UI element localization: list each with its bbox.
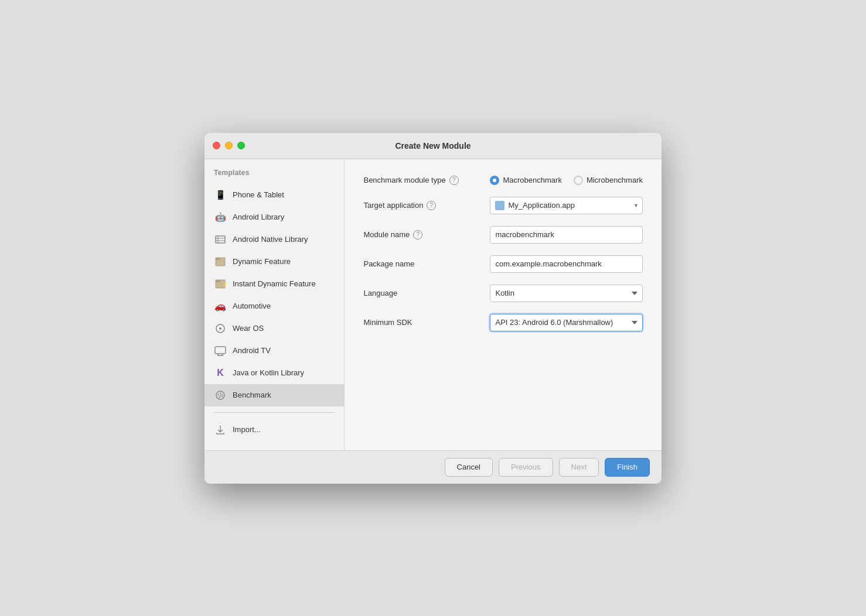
main-content: Benchmark module type ? Macrobenchmark M… [345, 159, 662, 450]
dialog-body: Templates 📱 Phone & Tablet 🤖 Android Lib… [204, 159, 662, 450]
window-controls [213, 142, 245, 149]
dynamic-feature-icon [214, 255, 227, 268]
minimum-sdk-label: Minimum SDK [363, 318, 480, 327]
target-application-help-icon[interactable]: ? [427, 201, 436, 210]
module-name-row: Module name ? [363, 226, 643, 244]
benchmark-module-type-help-icon[interactable]: ? [449, 176, 459, 185]
benchmark-module-type-row: Benchmark module type ? Macrobenchmark M… [363, 176, 643, 185]
create-new-module-dialog: Create New Module Templates 📱 Phone & Ta… [204, 133, 662, 484]
svg-text:⚡: ⚡ [221, 282, 226, 288]
module-name-input[interactable] [490, 226, 643, 244]
sidebar-item-import[interactable]: Import... [204, 419, 344, 441]
package-name-row: Package name [363, 255, 643, 273]
module-name-label: Module name ? [363, 230, 480, 239]
package-name-label: Package name [363, 259, 480, 268]
target-app-text: My_Application.app [508, 201, 631, 210]
wear-os-icon [214, 322, 227, 335]
benchmark-module-type-label: Benchmark module type ? [363, 176, 480, 185]
svg-point-10 [219, 327, 221, 330]
maximize-button[interactable] [237, 142, 245, 149]
sidebar-bottom: Import... [204, 419, 344, 441]
minimum-sdk-select[interactable]: API 23: Android 6.0 (Marshmallow) API 24… [490, 314, 643, 331]
sidebar-item-android-tv[interactable]: Android TV [204, 340, 344, 362]
sidebar-item-wear-os[interactable]: Wear OS [204, 317, 344, 340]
language-row: Language Kotlin Java [363, 285, 643, 302]
sidebar-item-label: Android Library [233, 213, 284, 221]
sidebar-item-label: Automotive [233, 302, 271, 310]
cancel-button[interactable]: Cancel [445, 458, 493, 477]
kotlin-library-icon: K [214, 367, 227, 379]
sidebar-item-kotlin-library[interactable]: K Java or Kotlin Library [204, 362, 344, 384]
sidebar-item-label: Android Native Library [233, 235, 308, 244]
sidebar-item-label: Import... [233, 425, 261, 434]
sidebar-item-android-native[interactable]: Android Native Library [204, 228, 344, 251]
automotive-icon: 🚗 [214, 300, 227, 313]
svg-rect-7 [216, 280, 220, 282]
target-application-label: Target application ? [363, 201, 480, 210]
close-button[interactable] [213, 142, 220, 149]
phone-tablet-icon: 📱 [214, 189, 227, 201]
sidebar-item-label: Wear OS [233, 324, 264, 333]
sidebar-item-android-library[interactable]: 🤖 Android Library [204, 206, 344, 228]
language-select[interactable]: Kotlin Java [490, 285, 643, 302]
target-application-select[interactable]: My_Application.app ▾ [490, 197, 643, 214]
minimize-button[interactable] [225, 142, 233, 149]
title-bar: Create New Module [204, 133, 662, 159]
next-button[interactable]: Next [559, 458, 599, 477]
target-application-row: Target application ? My_Application.app … [363, 197, 643, 214]
sidebar-item-label: Dynamic Feature [233, 257, 291, 266]
svg-rect-0 [216, 236, 225, 243]
macrobenchmark-radio-circle[interactable] [490, 176, 499, 185]
svg-rect-5 [216, 258, 220, 260]
dialog-title: Create New Module [395, 141, 470, 150]
previous-button[interactable]: Previous [499, 458, 553, 477]
macrobenchmark-radio[interactable]: Macrobenchmark [490, 176, 561, 185]
microbenchmark-radio-circle[interactable] [574, 176, 583, 185]
benchmark-icon [214, 389, 227, 402]
sidebar-item-phone-tablet[interactable]: 📱 Phone & Tablet [204, 184, 344, 206]
android-native-icon [214, 233, 227, 246]
sidebar-item-label: Android TV [233, 346, 271, 355]
sidebar-item-label: Instant Dynamic Feature [233, 279, 316, 288]
sidebar-divider [214, 412, 335, 413]
sidebar-section-title: Templates [204, 169, 344, 184]
android-library-icon: 🤖 [214, 211, 227, 224]
instant-dynamic-icon: ⚡ [214, 278, 227, 290]
benchmark-module-type-radio-group: Macrobenchmark Microbenchmark [490, 176, 643, 185]
android-tv-icon [214, 344, 227, 357]
module-name-help-icon[interactable]: ? [413, 230, 422, 239]
sidebar-item-dynamic-feature[interactable]: Dynamic Feature [204, 251, 344, 273]
finish-button[interactable]: Finish [605, 458, 650, 477]
sidebar-item-label: Phone & Tablet [233, 190, 284, 199]
sidebar-item-label: Benchmark [233, 391, 271, 399]
package-name-input[interactable] [490, 255, 643, 273]
sidebar-item-instant-dynamic[interactable]: ⚡ Instant Dynamic Feature [204, 273, 344, 295]
dialog-footer: Cancel Previous Next Finish [204, 450, 662, 484]
language-label: Language [363, 289, 480, 297]
target-app-icon [495, 201, 504, 210]
sidebar-item-automotive[interactable]: 🚗 Automotive [204, 295, 344, 317]
import-icon [214, 423, 227, 436]
svg-rect-11 [215, 347, 226, 354]
minimum-sdk-row: Minimum SDK API 23: Android 6.0 (Marshma… [363, 314, 643, 331]
sidebar-item-label: Java or Kotlin Library [233, 368, 304, 377]
microbenchmark-radio[interactable]: Microbenchmark [574, 176, 643, 185]
sidebar: Templates 📱 Phone & Tablet 🤖 Android Lib… [204, 159, 345, 450]
sidebar-item-benchmark[interactable]: Benchmark [204, 384, 344, 406]
svg-point-17 [220, 395, 221, 396]
target-app-chevron-icon: ▾ [635, 202, 637, 208]
